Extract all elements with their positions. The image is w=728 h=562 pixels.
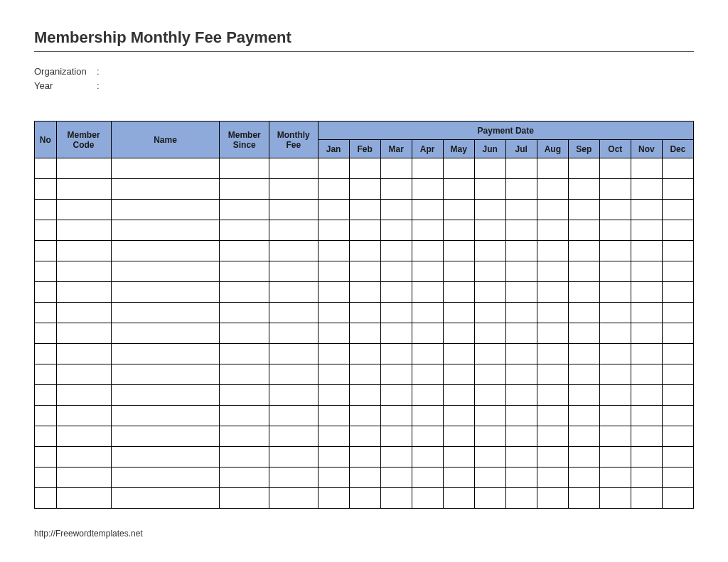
table-cell[interactable] (568, 220, 599, 241)
table-cell[interactable] (568, 241, 599, 261)
table-cell[interactable] (111, 426, 220, 447)
table-cell[interactable] (35, 344, 57, 364)
table-cell[interactable] (111, 385, 220, 406)
table-cell[interactable] (662, 241, 693, 261)
table-cell[interactable] (631, 385, 662, 406)
table-cell[interactable] (474, 447, 505, 468)
table-cell[interactable] (537, 364, 568, 385)
table-cell[interactable] (631, 261, 662, 282)
table-cell[interactable] (269, 179, 318, 200)
table-cell[interactable] (349, 158, 380, 179)
table-cell[interactable] (380, 323, 412, 344)
table-cell[interactable] (568, 364, 599, 385)
table-cell[interactable] (220, 468, 269, 488)
table-cell[interactable] (220, 323, 269, 344)
table-cell[interactable] (380, 426, 412, 447)
table-cell[interactable] (349, 200, 380, 220)
table-cell[interactable] (111, 282, 220, 303)
table-cell[interactable] (599, 385, 631, 406)
table-cell[interactable] (443, 426, 474, 447)
table-cell[interactable] (568, 406, 599, 426)
table-cell[interactable] (505, 426, 537, 447)
table-cell[interactable] (474, 488, 505, 509)
table-cell[interactable] (662, 385, 693, 406)
table-cell[interactable] (599, 303, 631, 323)
table-cell[interactable] (220, 364, 269, 385)
table-cell[interactable] (111, 241, 220, 261)
table-cell[interactable] (349, 220, 380, 241)
table-cell[interactable] (220, 303, 269, 323)
table-cell[interactable] (56, 468, 111, 488)
table-cell[interactable] (349, 261, 380, 282)
table-cell[interactable] (111, 220, 220, 241)
table-cell[interactable] (599, 406, 631, 426)
table-cell[interactable] (537, 261, 568, 282)
table-cell[interactable] (443, 241, 474, 261)
table-cell[interactable] (537, 468, 568, 488)
table-cell[interactable] (380, 158, 412, 179)
table-cell[interactable] (349, 406, 380, 426)
table-cell[interactable] (662, 406, 693, 426)
table-cell[interactable] (662, 158, 693, 179)
table-cell[interactable] (474, 282, 505, 303)
table-cell[interactable] (269, 200, 318, 220)
table-cell[interactable] (318, 261, 349, 282)
table-cell[interactable] (380, 344, 412, 364)
table-cell[interactable] (380, 282, 412, 303)
table-cell[interactable] (220, 344, 269, 364)
table-cell[interactable] (662, 344, 693, 364)
table-cell[interactable] (443, 447, 474, 468)
table-cell[interactable] (631, 406, 662, 426)
table-cell[interactable] (599, 323, 631, 344)
table-cell[interactable] (111, 468, 220, 488)
table-cell[interactable] (35, 179, 57, 200)
table-cell[interactable] (505, 282, 537, 303)
table-cell[interactable] (349, 303, 380, 323)
table-cell[interactable] (412, 344, 443, 364)
table-cell[interactable] (505, 200, 537, 220)
table-cell[interactable] (269, 406, 318, 426)
table-cell[interactable] (443, 344, 474, 364)
table-cell[interactable] (269, 468, 318, 488)
table-cell[interactable] (220, 488, 269, 509)
table-cell[interactable] (269, 385, 318, 406)
table-cell[interactable] (631, 241, 662, 261)
table-cell[interactable] (269, 323, 318, 344)
table-cell[interactable] (505, 364, 537, 385)
table-cell[interactable] (412, 220, 443, 241)
table-cell[interactable] (269, 261, 318, 282)
table-cell[interactable] (111, 323, 220, 344)
table-cell[interactable] (220, 179, 269, 200)
table-cell[interactable] (35, 261, 57, 282)
table-cell[interactable] (443, 385, 474, 406)
table-cell[interactable] (474, 200, 505, 220)
table-cell[interactable] (537, 344, 568, 364)
table-cell[interactable] (568, 447, 599, 468)
table-cell[interactable] (56, 447, 111, 468)
table-cell[interactable] (631, 323, 662, 344)
table-cell[interactable] (631, 303, 662, 323)
table-cell[interactable] (599, 426, 631, 447)
table-cell[interactable] (537, 303, 568, 323)
table-cell[interactable] (349, 179, 380, 200)
table-cell[interactable] (380, 406, 412, 426)
table-cell[interactable] (568, 261, 599, 282)
table-cell[interactable] (318, 200, 349, 220)
table-cell[interactable] (631, 426, 662, 447)
table-cell[interactable] (220, 158, 269, 179)
table-cell[interactable] (443, 364, 474, 385)
table-cell[interactable] (111, 488, 220, 509)
table-cell[interactable] (35, 488, 57, 509)
table-cell[interactable] (220, 406, 269, 426)
table-cell[interactable] (568, 200, 599, 220)
table-cell[interactable] (662, 200, 693, 220)
table-cell[interactable] (35, 241, 57, 261)
table-cell[interactable] (662, 261, 693, 282)
table-cell[interactable] (349, 241, 380, 261)
table-cell[interactable] (599, 241, 631, 261)
table-cell[interactable] (56, 364, 111, 385)
table-cell[interactable] (474, 220, 505, 241)
table-cell[interactable] (56, 344, 111, 364)
table-cell[interactable] (505, 406, 537, 426)
table-cell[interactable] (349, 447, 380, 468)
